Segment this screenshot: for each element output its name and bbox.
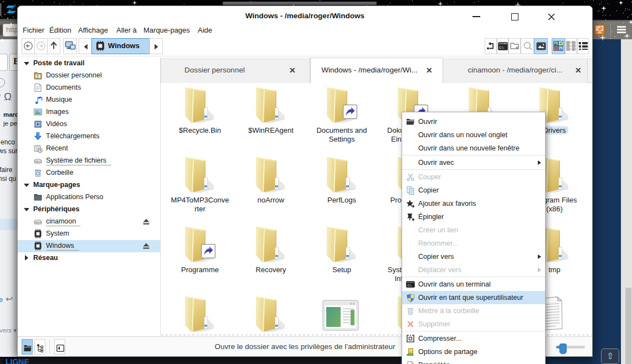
- svg-text:C:\.: C:\.: [408, 284, 413, 287]
- svg-text:C:\.: C:\.: [499, 46, 505, 49]
